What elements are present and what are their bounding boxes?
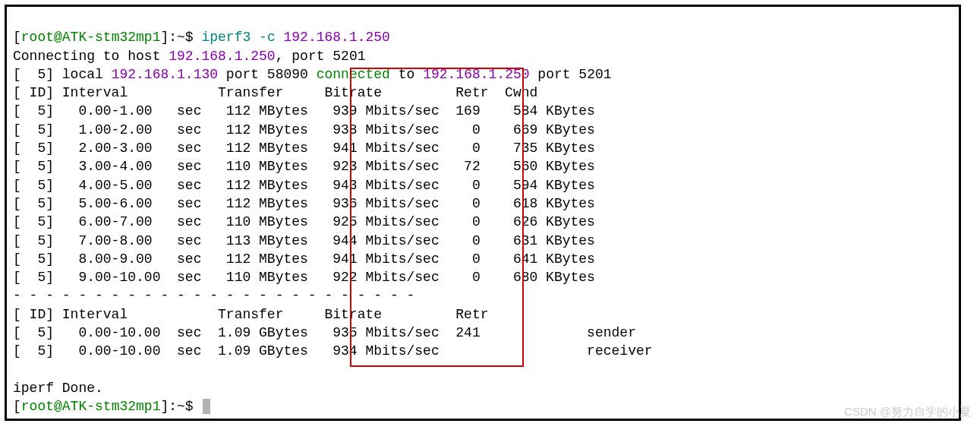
connected-word: connected [317,67,390,82]
table-row: [ 5] 6.00-7.00 sec 110 MBytes 925 Mbits/… [13,214,595,229]
command-text: iperf3 -c [201,30,283,45]
connected-p4: port 5201 [530,67,612,82]
prompt-line-2[interactable]: [root@ATK-stm32mp1]:~$ [13,399,210,414]
command-ip-arg: 192.168.1.250 [284,30,390,45]
local-ip: 192.168.1.130 [112,67,218,82]
table-header-2: [ ID] Interval Transfer Bitrate Retr [13,307,489,322]
connected-line: [ 5] local 192.168.1.130 port 58090 conn… [13,67,612,82]
prompt2-close: ]:~$ [160,399,201,414]
prompt-user-host: root@ATK-stm32mp1 [21,30,161,45]
summary-row: [ 5] 0.00-10.00 sec 1.09 GBytes 935 Mbit… [13,325,636,340]
summary-row: [ 5] 0.00-10.00 sec 1.09 GBytes 934 Mbit… [13,343,653,359]
prompt-line: [root@ATK-stm32mp1]:~$ iperf3 -c 192.168… [13,30,390,45]
prompt2-open: [ [13,399,21,414]
connecting-suffix: , port 5201 [276,49,366,64]
table-row: [ 5] 2.00-3.00 sec 112 MBytes 941 Mbits/… [13,141,595,156]
table-row: [ 5] 9.00-10.00 sec 110 MBytes 922 Mbits… [13,270,595,285]
divider-line: - - - - - - - - - - - - - - - - - - - - … [13,288,414,303]
remote-ip: 192.168.1.250 [423,67,529,82]
terminal-window[interactable]: [root@ATK-stm32mp1]:~$ iperf3 -c 192.168… [5,5,961,421]
connected-p1: [ 5] local [13,67,112,82]
prompt-open: [ [13,30,21,45]
done-line: iperf Done. [13,381,103,396]
table-row: [ 5] 7.00-8.00 sec 113 MBytes 944 Mbits/… [13,233,595,248]
table-row: [ 5] 4.00-5.00 sec 112 MBytes 943 Mbits/… [13,178,595,193]
connecting-ip: 192.168.1.250 [169,49,275,64]
connected-p3: to [390,67,423,82]
connected-p2: port 58090 [218,67,317,82]
connecting-prefix: Connecting to host [13,49,169,64]
table-row: [ 5] 3.00-4.00 sec 110 MBytes 923 Mbits/… [13,159,595,174]
table-row: [ 5] 0.00-1.00 sec 112 MBytes 939 Mbits/… [13,103,595,119]
table-row: [ 5] 5.00-6.00 sec 112 MBytes 936 Mbits/… [13,196,595,211]
cursor-icon [203,399,210,414]
prompt-close: ]:~$ [160,30,201,45]
connecting-line: Connecting to host 192.168.1.250, port 5… [13,49,366,64]
table-row: [ 5] 8.00-9.00 sec 112 MBytes 941 Mbits/… [13,251,595,267]
table-row: [ 5] 1.00-2.00 sec 112 MBytes 938 Mbits/… [13,122,595,137]
prompt2-user-host: root@ATK-stm32mp1 [21,399,161,414]
table-header-1: [ ID] Interval Transfer Bitrate Retr Cwn… [13,85,537,100]
